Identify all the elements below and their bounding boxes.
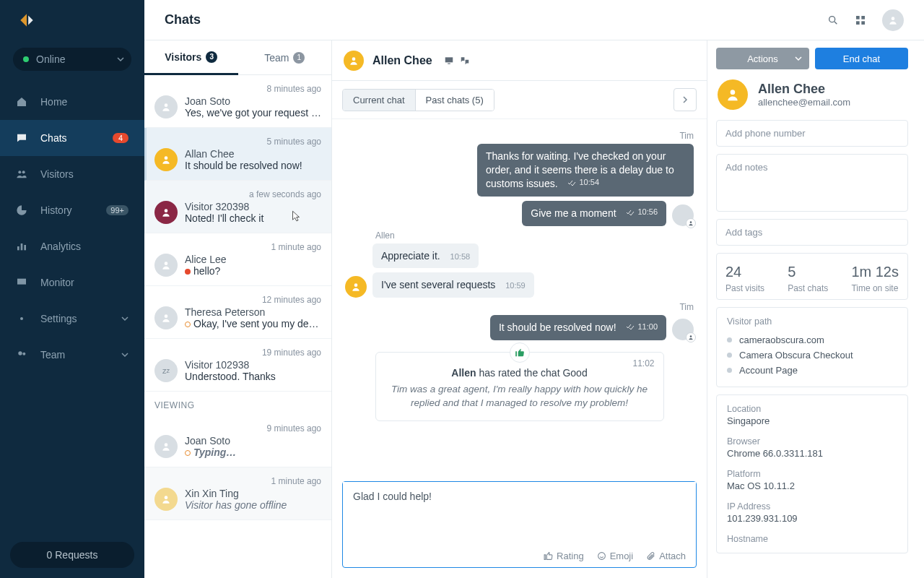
conv-name: Theresa Peterson (185, 306, 321, 318)
timestamp: 8 minutes ago (185, 84, 321, 94)
svg-marker-0 (20, 14, 27, 26)
conversation-item[interactable]: 12 minutes ago Theresa Peterson Okay, I'… (144, 286, 331, 339)
svg-rect-14 (856, 21, 860, 25)
tab-team[interactable]: Team 1 (238, 40, 332, 75)
stats-card: 24Past visits 5Past chats 1m 12sTime on … (716, 253, 908, 300)
meta-panel: LocationSingapore BrowserChrome 66.0.331… (716, 394, 908, 553)
conversation-item[interactable]: 8 minutes ago Joan Soto Yes, we've got y… (144, 75, 331, 128)
svg-point-30 (598, 553, 605, 560)
svg-rect-4 (17, 246, 19, 250)
section-viewing: VIEWING (144, 392, 331, 415)
expand-button[interactable] (674, 88, 697, 111)
rating-card: 11:02 Allen has rated the chat Good Tim … (375, 352, 664, 421)
conv-preview: Noted! I'll check it (185, 212, 321, 224)
nav-visitors[interactable]: Visitors (0, 156, 144, 192)
timestamp: 1 minute ago (185, 476, 321, 486)
user-avatar[interactable] (882, 9, 904, 31)
chevron-down-icon (117, 53, 124, 65)
svg-rect-25 (445, 57, 453, 62)
requests-label: 0 Requests (47, 549, 98, 561)
dot-icon (727, 337, 732, 342)
monitor-icon (16, 277, 27, 288)
nav-settings[interactable]: Settings (0, 301, 144, 337)
conv-preview: Visitor has gone offline (185, 499, 321, 511)
avatar (154, 306, 178, 329)
status-label: Online (36, 53, 65, 65)
avatar (154, 488, 178, 511)
history-icon (16, 204, 27, 216)
conversation-panel: Allen Chee Current chat Past chats (5) T… (332, 40, 707, 578)
tool-emoji[interactable]: Emoji (597, 551, 634, 561)
chevron-down-icon (795, 53, 802, 64)
conv-name: Visitor 320398 (185, 201, 321, 212)
tool-attach[interactable]: Attach (646, 551, 686, 561)
chevron-down-icon (121, 349, 128, 361)
search-icon[interactable] (827, 14, 839, 26)
svg-rect-6 (24, 245, 26, 250)
conversation-item[interactable]: 1 minute ago Alice Lee hello? (144, 233, 331, 286)
conv-name: Allan Chee (185, 148, 321, 160)
sender-label: Tim (345, 302, 694, 312)
conversation-item[interactable]: 9 minutes ago Joan Soto Typing… (144, 415, 331, 467)
composer: Glad I could help! Rating Emoji Attach (342, 481, 697, 568)
tool-rating[interactable]: Rating (544, 551, 584, 561)
composer-input[interactable]: Glad I could help! (343, 482, 696, 545)
translate-icon[interactable] (460, 56, 470, 66)
thumbs-up-icon (544, 551, 553, 561)
panel-heading: Visitor path (727, 316, 897, 327)
meta-browser: Chrome 66.0.3311.181 (727, 448, 897, 459)
chat-segment: Current chat Past chats (5) (342, 89, 494, 111)
segment-past[interactable]: Past chats (5) (415, 90, 494, 111)
nav-label: History (40, 204, 106, 216)
svg-rect-13 (861, 16, 865, 20)
agent-avatar (672, 319, 694, 340)
thumbs-up-icon (510, 342, 530, 363)
emoji-icon (597, 551, 606, 561)
svg-point-17 (165, 103, 168, 107)
nav-analytics[interactable]: Analytics (0, 228, 144, 264)
nav-label: Home (40, 96, 128, 108)
actions-button[interactable]: Actions (716, 48, 809, 69)
conversation-item[interactable]: a few seconds ago Visitor 320398 Noted! … (144, 181, 331, 233)
status-selector[interactable]: Online (13, 48, 131, 71)
path-item[interactable]: cameraobscura.com (727, 332, 897, 348)
stat-visits: 24 (725, 264, 764, 280)
conv-preview: It should be resolved now! (185, 160, 321, 171)
unread-dot-icon (185, 269, 191, 275)
timestamp: 12 minutes ago (185, 295, 321, 305)
nav-label: Team (40, 349, 121, 361)
nav-team[interactable]: Team (0, 337, 144, 373)
svg-point-21 (165, 314, 168, 318)
notes-input[interactable]: Add notes (716, 154, 908, 212)
nav-home[interactable]: Home (0, 84, 144, 120)
conv-name: Joan Soto (185, 435, 321, 447)
meta-platform: Mac OS 10.11.2 (727, 480, 897, 491)
conversation-item[interactable]: 5 minutes ago Allan Chee It should be re… (144, 128, 331, 181)
nav-monitor[interactable]: Monitor (0, 264, 144, 301)
profile-email: allenchee@email.com (758, 97, 850, 108)
away-dot-icon (185, 322, 191, 327)
details-panel: Actions End chat Allen Chee allenchee@em… (707, 40, 917, 578)
apps-icon[interactable] (855, 14, 866, 26)
screen-icon[interactable] (444, 56, 454, 66)
conversation-item[interactable]: 1 minute ago Xin Xin Ting Visitor has go… (144, 467, 331, 520)
dot-icon (727, 353, 732, 358)
stat-chats: 5 (788, 264, 828, 280)
end-chat-button[interactable]: End chat (815, 48, 908, 69)
path-item[interactable]: Camera Obscura Checkout (727, 348, 897, 363)
nav-history[interactable]: History 99+ (0, 192, 144, 228)
timestamp: a few seconds ago (185, 189, 321, 199)
visitor-avatar (345, 276, 367, 298)
segment-current[interactable]: Current chat (343, 90, 415, 111)
requests-pill[interactable]: 0 Requests (10, 542, 134, 568)
phone-input[interactable]: Add phone number (716, 120, 908, 147)
sidebar: Online Home Chats 4 Visitors History 99+… (0, 0, 144, 578)
conversation-item[interactable]: zz 19 minutes ago Visitor 102938 Underst… (144, 339, 331, 392)
path-item[interactable]: Account Page (727, 363, 897, 378)
nav-chats[interactable]: Chats 4 (0, 120, 144, 156)
tab-visitors[interactable]: Visitors 3 (144, 40, 238, 75)
tags-input[interactable]: Add tags (716, 219, 908, 246)
svg-point-18 (165, 156, 168, 160)
read-icon (626, 208, 635, 217)
chats-badge: 4 (113, 133, 128, 143)
